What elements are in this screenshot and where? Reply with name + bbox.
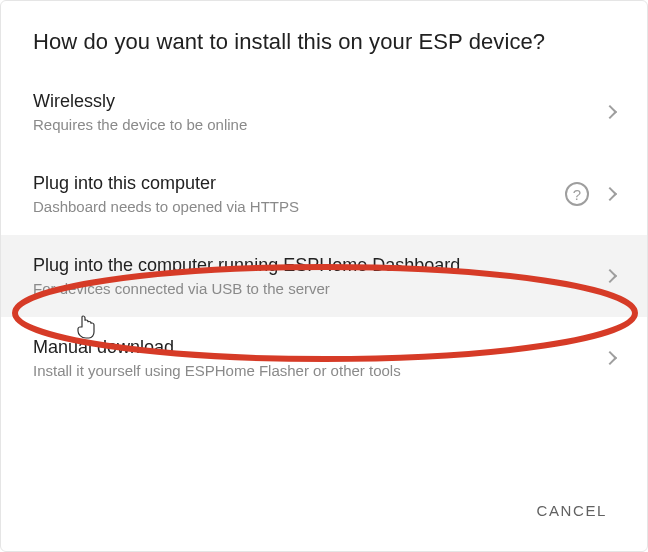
option-subtitle: Requires the device to be online bbox=[33, 116, 605, 133]
option-subtitle: For devices connected via USB to the ser… bbox=[33, 280, 605, 297]
chevron-right-icon bbox=[603, 269, 617, 283]
dialog-title: How do you want to install this on your … bbox=[1, 1, 647, 67]
option-plug-dashboard-computer[interactable]: Plug into the computer running ESPHome D… bbox=[1, 235, 647, 317]
cancel-button[interactable]: CANCEL bbox=[525, 494, 619, 527]
option-manual-download[interactable]: Manual downloadInstall it yourself using… bbox=[1, 317, 647, 399]
chevron-right-icon bbox=[603, 105, 617, 119]
install-options-list: WirelesslyRequires the device to be onli… bbox=[1, 71, 647, 399]
option-title: Plug into the computer running ESPHome D… bbox=[33, 255, 605, 276]
option-subtitle: Dashboard needs to opened via HTTPS bbox=[33, 198, 565, 215]
dialog-actions: CANCEL bbox=[1, 474, 647, 551]
option-title: Wirelessly bbox=[33, 91, 605, 112]
install-dialog: How do you want to install this on your … bbox=[0, 0, 648, 552]
option-trailing bbox=[605, 353, 615, 363]
chevron-right-icon bbox=[603, 187, 617, 201]
help-icon[interactable]: ? bbox=[565, 182, 589, 206]
option-trailing bbox=[605, 271, 615, 281]
option-text: Plug into the computer running ESPHome D… bbox=[33, 255, 605, 297]
option-title: Manual download bbox=[33, 337, 605, 358]
option-wirelessly[interactable]: WirelesslyRequires the device to be onli… bbox=[1, 71, 647, 153]
option-trailing bbox=[605, 107, 615, 117]
option-text: WirelesslyRequires the device to be onli… bbox=[33, 91, 605, 133]
option-subtitle: Install it yourself using ESPHome Flashe… bbox=[33, 362, 605, 379]
option-text: Plug into this computerDashboard needs t… bbox=[33, 173, 565, 215]
option-trailing: ? bbox=[565, 182, 615, 206]
option-title: Plug into this computer bbox=[33, 173, 565, 194]
option-text: Manual downloadInstall it yourself using… bbox=[33, 337, 605, 379]
option-plug-this-computer[interactable]: Plug into this computerDashboard needs t… bbox=[1, 153, 647, 235]
chevron-right-icon bbox=[603, 351, 617, 365]
